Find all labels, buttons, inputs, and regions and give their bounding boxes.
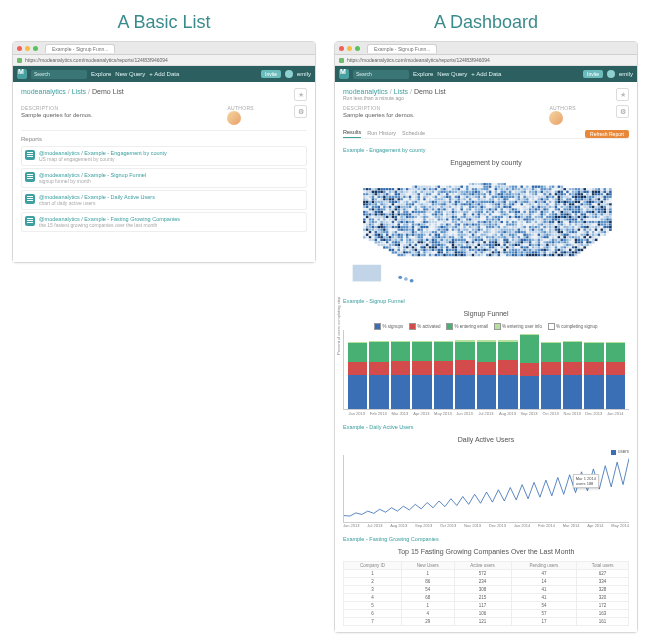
svg-rect-1077 bbox=[517, 216, 520, 219]
user-name[interactable]: emily bbox=[297, 71, 311, 77]
funnel-bar[interactable] bbox=[584, 334, 603, 409]
table-header[interactable]: Total users bbox=[577, 562, 629, 570]
zoom-icon[interactable] bbox=[33, 46, 38, 51]
dau-title: Daily Active Users bbox=[343, 436, 629, 443]
table-row[interactable]: 46821541320 bbox=[344, 594, 629, 602]
section-funnel-link[interactable]: Example - Signup Funnel bbox=[343, 298, 629, 304]
crumb-lists[interactable]: Lists bbox=[72, 88, 86, 95]
tab-schedule[interactable]: Schedule bbox=[402, 130, 425, 138]
invite-button[interactable]: Invite bbox=[583, 70, 603, 78]
crumb-org[interactable]: modeanalytics bbox=[343, 88, 388, 95]
invite-button[interactable]: Invite bbox=[261, 70, 281, 78]
funnel-bar[interactable] bbox=[391, 334, 410, 409]
svg-rect-876 bbox=[440, 211, 443, 214]
svg-rect-116 bbox=[506, 188, 509, 191]
svg-rect-1129 bbox=[417, 218, 420, 221]
report-item[interactable]: @modeanalytics / Example - Fasting Growi… bbox=[21, 212, 307, 232]
table-header[interactable]: Pending users bbox=[511, 562, 576, 570]
svg-rect-1049 bbox=[437, 216, 440, 219]
funnel-bar[interactable] bbox=[498, 334, 517, 409]
funnel-bar[interactable] bbox=[477, 334, 496, 409]
svg-rect-1194 bbox=[603, 218, 606, 221]
svg-rect-182 bbox=[446, 191, 449, 194]
svg-rect-826 bbox=[546, 208, 549, 211]
svg-rect-350 bbox=[429, 196, 432, 199]
choropleth-map[interactable] bbox=[343, 172, 629, 290]
brand-logo-icon[interactable] bbox=[339, 69, 349, 79]
author-avatar-icon[interactable] bbox=[227, 111, 241, 125]
svg-rect-114 bbox=[500, 188, 503, 191]
table-row[interactable]: 5111754172 bbox=[344, 602, 629, 610]
address-bar[interactable]: https://modeanalytics.com/modeanalytics/… bbox=[13, 55, 315, 66]
user-avatar-icon[interactable] bbox=[607, 70, 615, 78]
nav-explore[interactable]: Explore bbox=[91, 71, 111, 77]
section-dau-link[interactable]: Example - Daily Active Users bbox=[343, 424, 629, 430]
tab-history[interactable]: Run History bbox=[367, 130, 396, 138]
crumb-lists[interactable]: Lists bbox=[394, 88, 408, 95]
svg-rect-454 bbox=[477, 198, 480, 201]
star-button[interactable]: ★ bbox=[616, 88, 629, 101]
funnel-xlabel: Jan 2013 bbox=[347, 411, 367, 416]
report-item[interactable]: @modeanalytics / Example - Engagement by… bbox=[21, 146, 307, 166]
svg-rect-2079 bbox=[520, 246, 523, 249]
section-map-link[interactable]: Example - Engagement by county bbox=[343, 147, 629, 153]
table-row[interactable]: 72912117161 bbox=[344, 618, 629, 626]
funnel-bar[interactable] bbox=[563, 334, 582, 409]
browser-tab[interactable]: Example - Signup Funn... bbox=[367, 44, 437, 53]
address-bar[interactable]: https://modeanalytics.com/modeanalytics/… bbox=[335, 55, 637, 66]
funnel-bar[interactable] bbox=[520, 334, 539, 409]
report-item[interactable]: @modeanalytics / Example - Signup Funnel… bbox=[21, 168, 307, 188]
table-row[interactable]: 6410657163 bbox=[344, 610, 629, 618]
star-button[interactable]: ★ bbox=[294, 88, 307, 101]
settings-button[interactable]: ⚙ bbox=[294, 105, 307, 118]
browser-tab[interactable]: Example - Signup Funn... bbox=[45, 44, 115, 53]
settings-button[interactable]: ⚙ bbox=[616, 105, 629, 118]
funnel-bar[interactable] bbox=[434, 334, 453, 409]
tab-results[interactable]: Results bbox=[343, 129, 361, 138]
svg-rect-1778 bbox=[540, 236, 543, 239]
svg-rect-790 bbox=[443, 208, 446, 211]
funnel-bar[interactable] bbox=[455, 334, 474, 409]
funnel-bar[interactable] bbox=[541, 334, 560, 409]
funnel-bar[interactable] bbox=[412, 334, 431, 409]
table-row[interactable]: 35430841328 bbox=[344, 586, 629, 594]
author-avatar-icon[interactable] bbox=[549, 111, 563, 125]
report-item[interactable]: @modeanalytics / Example - Daily Active … bbox=[21, 190, 307, 210]
svg-rect-1018 bbox=[598, 213, 601, 216]
crumb-org[interactable]: modeanalytics bbox=[21, 88, 66, 95]
nav-explore[interactable]: Explore bbox=[413, 71, 433, 77]
funnel-bar[interactable] bbox=[369, 334, 388, 409]
svg-rect-2167 bbox=[575, 249, 578, 252]
close-icon[interactable] bbox=[339, 46, 344, 51]
table-header[interactable]: Company ID bbox=[344, 562, 402, 570]
dau-chart[interactable]: users Mar 1 2014 users 188 Jun 2013Jul 2… bbox=[343, 449, 629, 528]
funnel-bar[interactable] bbox=[348, 334, 367, 409]
table-row[interactable]: 28623414334 bbox=[344, 578, 629, 586]
table-header[interactable]: New Users bbox=[402, 562, 454, 570]
close-icon[interactable] bbox=[17, 46, 22, 51]
user-avatar-icon[interactable] bbox=[285, 70, 293, 78]
nav-add-data[interactable]: + Add Data bbox=[149, 71, 179, 77]
nav-new-query[interactable]: New Query bbox=[437, 71, 467, 77]
user-name[interactable]: emily bbox=[619, 71, 633, 77]
table-row[interactable]: 1157247627 bbox=[344, 570, 629, 578]
zoom-icon[interactable] bbox=[355, 46, 360, 51]
companies-table[interactable]: Company IDNew UsersActive usersPending u… bbox=[343, 561, 629, 626]
section-table-link[interactable]: Example - Fasting Growing Companies bbox=[343, 536, 629, 542]
svg-rect-1564 bbox=[417, 231, 420, 234]
svg-rect-1676 bbox=[492, 234, 495, 237]
funnel-chart[interactable]: % signups% activated% entering email% en… bbox=[343, 323, 629, 416]
minimize-icon[interactable] bbox=[347, 46, 352, 51]
table-header[interactable]: Active users bbox=[454, 562, 511, 570]
minimize-icon[interactable] bbox=[25, 46, 30, 51]
refresh-button[interactable]: Refresh Report bbox=[585, 130, 629, 138]
search-input[interactable]: Search bbox=[353, 70, 409, 79]
funnel-bar[interactable] bbox=[606, 334, 625, 409]
svg-rect-1166 bbox=[523, 218, 526, 221]
search-input[interactable]: Search bbox=[31, 70, 87, 79]
brand-logo-icon[interactable] bbox=[17, 69, 27, 79]
nav-new-query[interactable]: New Query bbox=[115, 71, 145, 77]
svg-rect-2158 bbox=[549, 249, 552, 252]
svg-rect-905 bbox=[523, 211, 526, 214]
nav-add-data[interactable]: + Add Data bbox=[471, 71, 501, 77]
